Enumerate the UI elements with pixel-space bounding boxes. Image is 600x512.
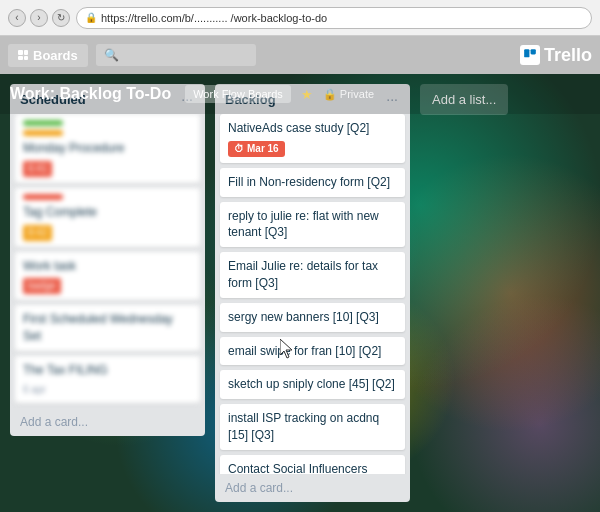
card-b2[interactable]: Fill in Non-residency form [Q2] <box>220 168 405 197</box>
forward-button[interactable]: › <box>30 9 48 27</box>
card-b3[interactable]: reply to julie re: flat with new tenant … <box>220 202 405 248</box>
card-text-b3: reply to julie re: flat with new tenant … <box>228 209 379 240</box>
card-s5[interactable]: The Tax FILING 6 apr <box>15 356 200 403</box>
add-card-button-scheduled[interactable]: Add a card... <box>10 408 205 436</box>
add-card-label-scheduled: Add a card... <box>20 415 88 429</box>
card-date-s3: badge <box>23 278 61 294</box>
card-date-s2: 8:42 <box>23 225 52 241</box>
card-text-s3: Work task <box>23 259 76 273</box>
label-red-s2 <box>23 194 63 200</box>
url-text: https://trello.com/b/........... /work-b… <box>101 12 327 24</box>
card-s3[interactable]: Work task badge <box>15 252 200 301</box>
card-s1[interactable]: Monday Procedure 6:41 <box>15 114 200 183</box>
card-text-b9: Contact Social Influencers re:advault [4… <box>228 462 367 474</box>
svg-rect-0 <box>524 49 529 57</box>
card-text-b1: NativeAds case study [Q2] <box>228 121 369 135</box>
card-s2[interactable]: Tag Complete 8:42 <box>15 188 200 247</box>
label-orange <box>23 130 63 136</box>
card-date-text-s5: 6 apr <box>23 383 46 397</box>
date-text-b1: Mar 16 <box>247 142 279 156</box>
card-text-s4: First Scheduled Wednesday Set <box>23 312 173 343</box>
board-subheader: Work: Backlog To-Do Work Flow Boards ★ 🔒… <box>0 74 600 114</box>
browser-chrome: ‹ › ↻ 🔒 https://trello.com/b/...........… <box>0 0 600 36</box>
card-meta-s2: 8:42 <box>23 225 192 241</box>
card-b9[interactable]: Contact Social Influencers re:advault [4… <box>220 455 405 474</box>
card-b8[interactable]: install ISP tracking on acdnq [15] [Q3] <box>220 404 405 450</box>
nav-buttons: ‹ › ↻ <box>8 9 70 27</box>
boards-label: Boards <box>33 48 78 63</box>
card-b5[interactable]: sergy new banners [10] [Q3] <box>220 303 405 332</box>
lists-container: Scheduled ··· Monday Procedure 6:41 Tag … <box>10 84 590 502</box>
search-input[interactable] <box>96 44 256 66</box>
board-title: Work: Backlog To-Do <box>10 85 171 103</box>
list-cards-scheduled: Monday Procedure 6:41 Tag Complete 8:42 … <box>10 114 205 408</box>
boards-button[interactable]: Boards <box>8 44 88 67</box>
card-b1[interactable]: NativeAds case study [Q2] ⏱ Mar 16 <box>220 114 405 163</box>
trello-icon <box>520 45 540 65</box>
board-area: Work: Backlog To-Do Work Flow Boards ★ 🔒… <box>0 74 600 512</box>
card-b7[interactable]: sketch up sniply clone [45] [Q2] <box>220 370 405 399</box>
address-bar[interactable]: 🔒 https://trello.com/b/........... /work… <box>76 7 592 29</box>
card-text-b4: Email Julie re: details for tax form [Q3… <box>228 259 378 290</box>
card-text-b8: install ISP tracking on acdnq [15] [Q3] <box>228 411 379 442</box>
card-date-s1: 6:41 <box>23 161 52 177</box>
list-scheduled: Scheduled ··· Monday Procedure 6:41 Tag … <box>10 84 205 436</box>
trello-logo: Trello <box>520 45 592 66</box>
card-meta-s1: 6:41 <box>23 161 192 177</box>
card-text-s1: Monday Procedure <box>23 141 124 155</box>
card-text-b2: Fill in Non-residency form [Q2] <box>228 175 390 189</box>
back-button[interactable]: ‹ <box>8 9 26 27</box>
card-text-s5: The Tax FILING <box>23 363 107 377</box>
logo-text: Trello <box>544 45 592 66</box>
board-nav-tabs: Work Flow Boards <box>185 85 291 103</box>
card-b4[interactable]: Email Julie re: details for tax form [Q3… <box>220 252 405 298</box>
list-backlog: Backlog ··· NativeAds case study [Q2] ⏱ … <box>215 84 410 502</box>
trello-header: Boards Trello <box>0 36 600 74</box>
tab-work-flow-boards[interactable]: Work Flow Boards <box>185 85 291 103</box>
private-label: Private <box>340 88 374 100</box>
card-meta-s5: 6 apr <box>23 383 192 397</box>
add-card-button-backlog[interactable]: Add a card... <box>215 474 410 502</box>
private-badge: 🔒 Private <box>323 88 374 101</box>
lock-icon-badge: 🔒 <box>323 88 337 101</box>
card-meta-s3: badge <box>23 278 192 294</box>
card-s4[interactable]: First Scheduled Wednesday Set <box>15 305 200 351</box>
label-green <box>23 120 63 126</box>
refresh-button[interactable]: ↻ <box>52 9 70 27</box>
list-cards-backlog: NativeAds case study [Q2] ⏱ Mar 16 Fill … <box>215 114 410 474</box>
star-icon[interactable]: ★ <box>301 87 313 102</box>
card-b6[interactable]: email swipe for fran [10] [Q2] <box>220 337 405 366</box>
card-text-b6: email swipe for fran [10] [Q2] <box>228 344 381 358</box>
card-text-s2: Tag Complete <box>23 205 97 219</box>
card-text-b7: sketch up sniply clone [45] [Q2] <box>228 377 395 391</box>
card-text-b5: sergy new banners [10] [Q3] <box>228 310 379 324</box>
lock-icon: 🔒 <box>85 12 97 23</box>
grid-icon <box>18 50 28 60</box>
clock-icon-b1: ⏱ <box>234 142 244 156</box>
add-card-label-backlog: Add a card... <box>225 481 293 495</box>
date-badge-b1: ⏱ Mar 16 <box>228 141 285 157</box>
svg-rect-1 <box>531 49 536 54</box>
